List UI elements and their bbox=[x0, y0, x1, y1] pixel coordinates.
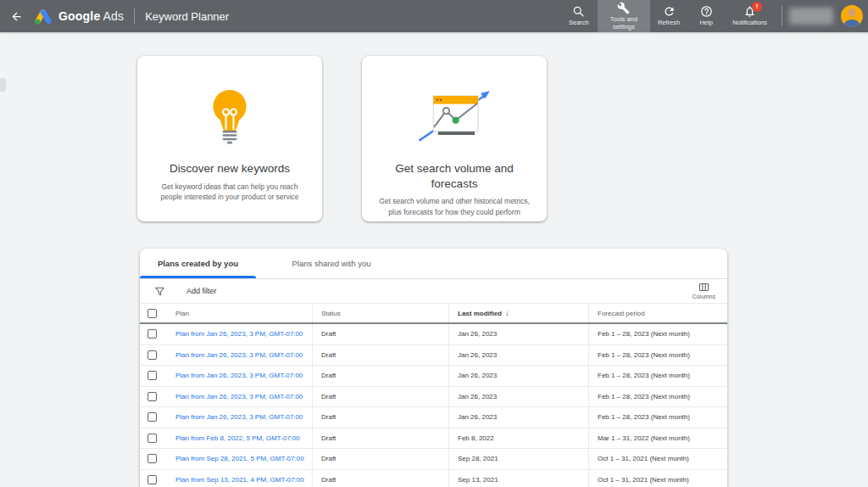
status-cell: Draft bbox=[312, 407, 448, 428]
row-checkbox[interactable] bbox=[147, 454, 157, 463]
status-cell: Draft bbox=[312, 449, 448, 469]
table-row: Plan from Sep 13, 2021, 4 PM, GMT-07:00 … bbox=[140, 470, 727, 487]
discover-keywords-card[interactable]: Discover new keywords Get keyword ideas … bbox=[137, 56, 322, 221]
notification-badge: ! bbox=[752, 2, 762, 12]
table-row: Plan from Jan 26, 2023, 3 PM, GMT-07:00 … bbox=[140, 387, 727, 408]
refresh-icon bbox=[663, 5, 676, 18]
last-modified-cell: Jan 26, 2023 bbox=[448, 345, 588, 366]
header-forecast-period[interactable]: Forecast period bbox=[588, 304, 727, 322]
wrench-icon bbox=[617, 2, 630, 14]
account-name-redacted bbox=[789, 8, 833, 25]
header-checkbox[interactable] bbox=[147, 309, 157, 318]
tools-and-settings-button[interactable]: Tools and settings bbox=[598, 0, 650, 32]
last-modified-cell: Jan 26, 2023 bbox=[448, 387, 588, 407]
notifications-button[interactable]: ! Notifications bbox=[725, 0, 775, 32]
google-ads-logo-icon bbox=[34, 8, 53, 25]
plan-link[interactable]: Plan from Jan 26, 2023, 3 PM, GMT-07:00 bbox=[175, 351, 303, 359]
tab-plans-created-by-you[interactable]: Plans created by you bbox=[140, 249, 256, 278]
tab-plans-shared-with-you[interactable]: Plans shared with you bbox=[256, 249, 407, 278]
account-avatar[interactable] bbox=[841, 5, 863, 27]
card-title: Discover new keywords bbox=[158, 161, 302, 176]
status-cell: Draft bbox=[312, 470, 448, 487]
header-plan[interactable]: Plan bbox=[165, 304, 312, 322]
last-modified-cell: Sep 13, 2021 bbox=[448, 470, 588, 487]
page-title: Keyword Planner bbox=[145, 10, 229, 23]
row-checkbox[interactable] bbox=[147, 434, 157, 443]
search-button[interactable]: Search bbox=[560, 0, 598, 32]
plan-link[interactable]: Plan from Jan 26, 2023, 3 PM, GMT-07:00 bbox=[175, 393, 303, 400]
topbar-actions: Search Tools and settings Refresh Help !… bbox=[560, 0, 775, 32]
row-checkbox[interactable] bbox=[147, 350, 157, 360]
last-modified-cell: Sep 28, 2021 bbox=[448, 449, 588, 469]
account-divider bbox=[782, 6, 782, 26]
avatar-person bbox=[848, 8, 856, 17]
plan-link[interactable]: Plan from Sep 13, 2021, 4 PM, GMT-07:00 bbox=[175, 476, 304, 484]
header-last-modified[interactable]: Last modified ↓ bbox=[448, 304, 588, 322]
forecast-chart-icon bbox=[414, 87, 495, 145]
edge-panel-handle bbox=[0, 78, 6, 92]
help-icon bbox=[700, 5, 713, 18]
row-checkbox[interactable] bbox=[147, 412, 157, 422]
plan-link[interactable]: Plan from Jan 26, 2023, 3 PM, GMT-07:00 bbox=[175, 372, 303, 379]
row-checkbox[interactable] bbox=[147, 371, 157, 380]
columns-icon bbox=[698, 282, 709, 293]
topbar-divider bbox=[134, 8, 135, 24]
forecast-period-cell: Mar 1 – 31, 2022 (Next month) bbox=[588, 428, 727, 449]
status-cell: Draft bbox=[312, 366, 448, 386]
table-row: Plan from Feb 8, 2022, 5 PM, GMT-07:00 D… bbox=[140, 428, 727, 450]
forecast-period-cell: Feb 1 – 28, 2023 (Next month) bbox=[588, 407, 727, 428]
sort-descending-icon: ↓ bbox=[505, 309, 509, 317]
product-name: GoogleAds bbox=[58, 9, 124, 23]
add-filter-button[interactable]: Add filter bbox=[186, 287, 217, 295]
forecast-period-cell: Oct 1 – 31, 2021 (Next month) bbox=[588, 470, 727, 487]
table-row: Plan from Jan 26, 2023, 3 PM, GMT-07:00 … bbox=[140, 407, 727, 428]
status-cell: Draft bbox=[312, 345, 448, 366]
plan-link[interactable]: Plan from Jan 26, 2023, 3 PM, GMT-07:00 bbox=[175, 413, 303, 421]
columns-button[interactable]: Columns bbox=[688, 280, 719, 301]
filter-funnel-icon bbox=[154, 286, 165, 297]
row-checkbox[interactable] bbox=[147, 392, 157, 401]
plans-panel: Plans created by you Plans shared with y… bbox=[140, 249, 727, 487]
row-checkbox[interactable] bbox=[147, 329, 157, 339]
search-icon bbox=[572, 5, 585, 18]
search-volume-forecasts-card[interactable]: Get search volume and forecasts Get sear… bbox=[362, 56, 547, 221]
table-row: Plan from Sep 28, 2021, 5 PM, GMT-07:00 … bbox=[140, 449, 727, 470]
forecast-period-cell: Oct 1 – 31, 2021 (Next month) bbox=[588, 449, 727, 469]
back-button[interactable] bbox=[0, 0, 32, 32]
filter-bar: Add filter Columns bbox=[140, 279, 727, 304]
status-cell: Draft bbox=[312, 387, 448, 407]
plan-link[interactable]: Plan from Sep 28, 2021, 5 PM, GMT-07:00 bbox=[175, 455, 304, 462]
plan-link[interactable]: Plan from Jan 26, 2023, 3 PM, GMT-07:00 bbox=[175, 330, 303, 338]
refresh-button[interactable]: Refresh bbox=[650, 0, 687, 32]
card-title: Get search volume and forecasts bbox=[362, 161, 547, 191]
row-checkbox[interactable] bbox=[147, 475, 157, 484]
header-status[interactable]: Status bbox=[312, 304, 448, 322]
forecast-period-cell: Feb 1 – 28, 2023 (Next month) bbox=[588, 324, 727, 344]
help-button[interactable]: Help bbox=[687, 0, 725, 32]
forecast-period-cell: Feb 1 – 28, 2023 (Next month) bbox=[588, 366, 727, 386]
status-cell: Draft bbox=[312, 324, 448, 344]
card-description: Get search volume and other historical m… bbox=[362, 196, 547, 218]
forecast-period-cell: Feb 1 – 28, 2023 (Next month) bbox=[588, 345, 727, 366]
status-cell: Draft bbox=[312, 428, 448, 449]
topbar: GoogleAds Keyword Planner Search Tools a… bbox=[0, 0, 868, 32]
last-modified-cell: Jan 26, 2023 bbox=[448, 366, 588, 386]
last-modified-cell: Jan 26, 2023 bbox=[448, 407, 588, 428]
back-arrow-icon bbox=[10, 10, 23, 23]
last-modified-cell: Feb 8, 2022 bbox=[448, 428, 588, 449]
forecast-period-cell: Feb 1 – 28, 2023 (Next month) bbox=[588, 387, 727, 407]
table-header-row: Plan Status Last modified ↓ Forecast per… bbox=[140, 304, 727, 324]
table-row: Plan from Jan 26, 2023, 3 PM, GMT-07:00 … bbox=[140, 345, 727, 367]
plan-link[interactable]: Plan from Feb 8, 2022, 5 PM, GMT-07:00 bbox=[175, 434, 300, 442]
table-row: Plan from Jan 26, 2023, 3 PM, GMT-07:00 … bbox=[140, 324, 727, 345]
lightbulb-icon bbox=[203, 87, 257, 146]
plans-table-body: Plan from Jan 26, 2023, 3 PM, GMT-07:00 … bbox=[140, 324, 727, 487]
table-row: Plan from Jan 26, 2023, 3 PM, GMT-07:00 … bbox=[140, 366, 727, 387]
last-modified-cell: Jan 26, 2023 bbox=[448, 324, 588, 344]
plans-tabs: Plans created by you Plans shared with y… bbox=[140, 249, 727, 279]
card-description: Get keyword ideas that can help you reac… bbox=[137, 182, 322, 204]
